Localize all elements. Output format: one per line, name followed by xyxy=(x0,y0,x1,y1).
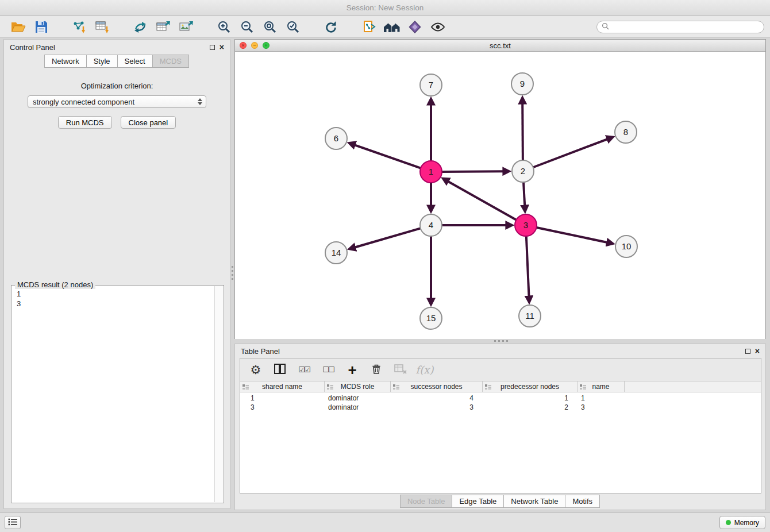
table-toolbar: ⚙ ☑☑ ☐☐ + f(x) xyxy=(240,358,761,381)
tab-mcds[interactable]: MCDS xyxy=(152,55,189,68)
close-panel-icon[interactable]: × xyxy=(220,44,224,50)
gear-icon: ⚙ xyxy=(251,363,261,377)
apply-function-button[interactable]: f(x) xyxy=(415,360,434,380)
float-table-panel-icon[interactable] xyxy=(745,349,750,354)
network-window-titlebar: × − + scc.txt xyxy=(235,40,765,52)
search-input[interactable] xyxy=(612,23,759,31)
tab-network-table[interactable]: Network Table xyxy=(503,495,565,508)
column-header-predecessor-nodes[interactable]: predecessor nodes xyxy=(483,381,578,392)
run-mcds-button[interactable]: Run MCDS xyxy=(58,116,112,129)
search-box[interactable] xyxy=(596,21,764,33)
tab-style[interactable]: Style xyxy=(86,55,118,68)
graph-edge-2-3[interactable] xyxy=(523,182,525,206)
memory-button[interactable]: Memory xyxy=(719,516,765,529)
table-cell: 3 xyxy=(240,403,325,412)
graph-edge-3-1[interactable] xyxy=(448,182,517,220)
table-row[interactable]: 1dominator411 xyxy=(240,394,761,403)
vertical-splitter[interactable] xyxy=(230,39,234,509)
import-table-icon xyxy=(95,21,109,33)
zoom-in-icon xyxy=(217,20,231,34)
toolbar-group-file xyxy=(7,18,53,36)
graph-edge-1-2[interactable] xyxy=(442,171,503,172)
apply-style-button[interactable] xyxy=(403,18,426,36)
status-bar: Memory xyxy=(0,512,770,532)
criterion-dropdown[interactable]: strongly connected component xyxy=(28,95,206,108)
import-table-button[interactable] xyxy=(91,18,114,36)
close-panel-button[interactable]: Close panel xyxy=(121,116,176,129)
graph-edge-3-10[interactable] xyxy=(537,228,607,242)
show-details-button[interactable] xyxy=(426,18,449,36)
tab-network[interactable]: Network xyxy=(44,55,87,68)
float-panel-icon[interactable] xyxy=(210,45,215,50)
network-share-button[interactable] xyxy=(129,18,152,36)
graph-node-label: 7 xyxy=(429,80,433,90)
table-cell: dominator xyxy=(325,403,391,412)
delete-table-icon xyxy=(394,363,407,376)
graph-node-label: 15 xyxy=(426,313,436,323)
table-row[interactable]: 3dominator323 xyxy=(240,403,761,412)
graph-edge-2-9[interactable] xyxy=(522,103,523,160)
memory-status-dot xyxy=(726,520,731,525)
save-session-button[interactable] xyxy=(30,18,53,36)
tab-select[interactable]: Select xyxy=(117,55,153,68)
deselect-all-icon: ☐☐ xyxy=(322,365,333,374)
column-header-MCDS-role[interactable]: MCDS role xyxy=(325,381,391,392)
result-scrollbar[interactable] xyxy=(214,286,223,502)
show-columns-button[interactable] xyxy=(270,360,290,380)
home-icon xyxy=(383,21,401,33)
zoom-selected-button[interactable] xyxy=(282,18,305,36)
deselect-all-columns-button[interactable]: ☐☐ xyxy=(318,360,338,380)
refresh-layout-button[interactable] xyxy=(319,18,342,36)
zoom-in-button[interactable] xyxy=(213,18,236,36)
column-header-label: shared name xyxy=(262,383,302,391)
toolbar-group-layout xyxy=(319,18,342,36)
column-header-successor-nodes[interactable]: successor nodes xyxy=(391,381,483,392)
export-image-button[interactable] xyxy=(175,18,198,36)
column-header-label: successor nodes xyxy=(410,383,462,391)
add-icon: + xyxy=(348,364,356,376)
horizontal-splitter[interactable] xyxy=(234,339,766,344)
export-table-button[interactable] xyxy=(152,18,175,36)
table-cell: 2 xyxy=(483,403,578,412)
tab-edge-table[interactable]: Edge Table xyxy=(452,495,504,508)
graph-edge-1-6[interactable] xyxy=(355,145,421,168)
trash-icon xyxy=(371,363,382,377)
close-table-panel-icon[interactable]: × xyxy=(755,348,760,354)
search-icon xyxy=(602,22,609,32)
add-column-button[interactable]: + xyxy=(342,360,362,380)
tab-node-table[interactable]: Node Table xyxy=(400,495,453,508)
delete-column-button[interactable] xyxy=(367,360,386,380)
copy-network-button[interactable] xyxy=(357,18,380,36)
column-header-shared-name[interactable]: shared name xyxy=(240,381,325,392)
home-button[interactable] xyxy=(380,18,403,36)
import-network-button[interactable] xyxy=(68,18,91,36)
select-all-columns-button[interactable]: ☑☑ xyxy=(294,360,314,380)
zoom-fit-button[interactable] xyxy=(259,18,282,36)
column-header-name[interactable]: name xyxy=(578,381,625,392)
graph-edge-3-11[interactable] xyxy=(526,236,529,296)
graph-edge-4-14[interactable] xyxy=(355,228,421,247)
control-panel-buttons: Run MCDS Close panel xyxy=(4,116,230,129)
save-icon xyxy=(35,21,48,33)
table-rows: 1dominator4113dominator323 xyxy=(240,392,761,493)
table-cell: 1 xyxy=(578,394,625,403)
main-toolbar xyxy=(0,16,770,38)
graph-edge-2-8[interactable] xyxy=(533,139,607,167)
tab-motifs[interactable]: Motifs xyxy=(565,495,600,508)
table-panel-body: ⚙ ☑☑ ☐☐ + f(x) shared nameMCDS rolesucce… xyxy=(240,358,761,494)
mcds-result-box: MCDS result (2 nodes) 13 xyxy=(11,285,224,503)
zoom-out-button[interactable] xyxy=(236,18,259,36)
zoom-fit-icon xyxy=(263,20,277,34)
copy-network-icon xyxy=(362,20,376,34)
sort-icon xyxy=(485,384,491,392)
style-badge-icon xyxy=(408,21,422,33)
open-session-button[interactable] xyxy=(7,18,30,36)
toolbar-group-import xyxy=(68,18,114,36)
import-network-icon xyxy=(72,21,86,33)
status-list-button[interactable] xyxy=(5,516,21,529)
table-cell: 1 xyxy=(240,394,325,403)
network-graph-canvas[interactable]: 7968124314101511 xyxy=(235,52,765,339)
delete-table-button[interactable] xyxy=(391,360,410,380)
table-settings-button[interactable]: ⚙ xyxy=(246,360,265,380)
toolbar-group-view xyxy=(357,18,449,36)
